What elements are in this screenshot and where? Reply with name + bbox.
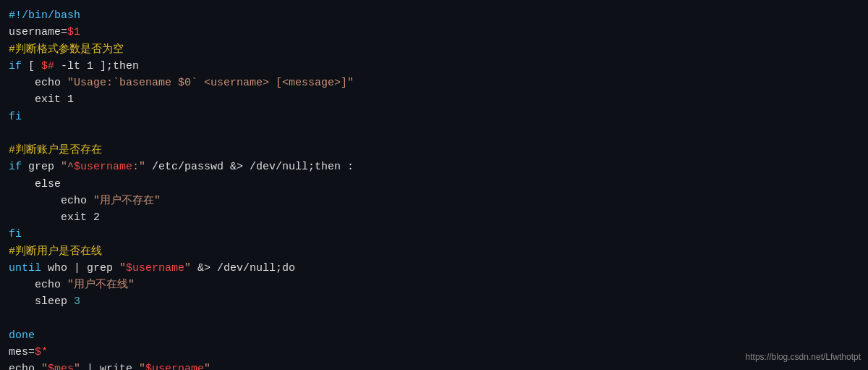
code-line: else (9, 176, 859, 193)
code-line: if [ $# -lt 1 ];then (9, 58, 859, 75)
code-line: #判断账户是否存在 (9, 142, 859, 159)
code-line: exit 2 (9, 209, 859, 226)
code-line: #判断格式参数是否为空 (9, 41, 859, 58)
code-line: username=$1 (9, 24, 859, 41)
code-line: mes=$* (9, 344, 859, 361)
code-line: fi (9, 109, 859, 125)
code-line (9, 311, 859, 327)
code-line: echo "$mes" | write "$username" (9, 361, 859, 370)
code-line: if grep "^$username:" /etc/passwd &> /de… (9, 159, 859, 175)
watermark: https://blog.csdn.net/Lfwthotpt (746, 350, 861, 364)
code-editor: #!/bin/bashusername=$1#判断格式参数是否为空if [ $#… (0, 0, 868, 370)
code-line: #!/bin/bash (9, 7, 859, 24)
code-lines: #!/bin/bashusername=$1#判断格式参数是否为空if [ $#… (9, 7, 859, 370)
code-line: sleep 3 (9, 293, 859, 310)
code-line: exit 1 (9, 91, 859, 108)
code-line: done (9, 327, 859, 344)
code-line: echo "用户不存在" (9, 193, 859, 209)
code-line: fi (9, 226, 859, 243)
code-line (9, 125, 859, 142)
code-line: echo "Usage:`basename $0` <username> [<m… (9, 75, 859, 91)
code-line: echo "用户不在线" (9, 277, 859, 293)
code-line: until who | grep "$username" &> /dev/nul… (9, 260, 859, 277)
code-line: #判断用户是否在线 (9, 243, 859, 260)
